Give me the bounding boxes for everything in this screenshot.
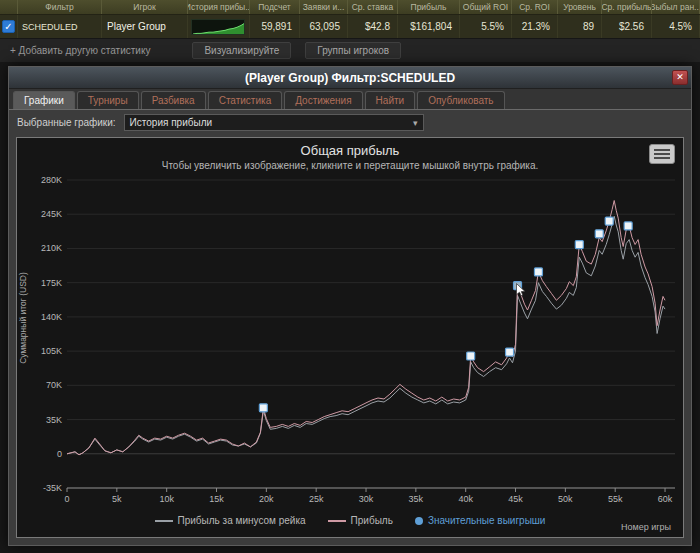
y-tick-label: 140K: [41, 312, 62, 322]
significant-win-marker[interactable]: [595, 230, 603, 238]
y-tick-label: 0: [57, 449, 62, 459]
y-tick-label: 70K: [46, 380, 62, 390]
close-button[interactable]: [672, 70, 688, 85]
y-tick-label: 105K: [41, 346, 62, 356]
graph-selector-dropdown[interactable]: История прибыли: [124, 114, 424, 131]
chart-title: Общая прибыль: [17, 143, 683, 158]
row-count: 59,891: [250, 15, 300, 38]
legend-line-swatch: [155, 520, 173, 522]
significant-win-marker[interactable]: [624, 222, 632, 230]
tab-graphs[interactable]: Графики: [13, 91, 75, 109]
x-tick-label: 20k: [259, 494, 274, 504]
visualize-button[interactable]: Визуализируйте: [192, 42, 291, 59]
y-tick-label: 280K: [41, 175, 62, 185]
significant-win-marker[interactable]: [605, 217, 613, 225]
column-header-total-roi[interactable]: Общий ROI: [460, 0, 512, 14]
x-tick-label: 10k: [159, 494, 174, 504]
y-tick-label: -35K: [43, 483, 62, 493]
column-header-avg-roi[interactable]: Ср. ROI: [512, 0, 558, 14]
x-tick-label: 5k: [112, 494, 122, 504]
add-stat-link[interactable]: + Добавить другую статистику: [10, 45, 150, 56]
x-tick-label: 30k: [359, 494, 374, 504]
column-header-count[interactable]: Подсчет: [250, 0, 300, 14]
row-busted: 4.5%: [652, 15, 700, 38]
tab-achievements[interactable]: Достижения: [284, 91, 362, 109]
dialog-tabs: Графики Турниры Разбивка Статистика Дост…: [9, 89, 691, 110]
tab-tournaments[interactable]: Турниры: [77, 91, 139, 109]
row-filter-name: SCHEDULED: [18, 15, 102, 38]
y-tick-label: 210K: [41, 243, 62, 253]
y-tick-label: 245K: [41, 209, 62, 219]
x-tick-label: 55k: [608, 494, 623, 504]
chart-menu-icon[interactable]: [649, 144, 675, 164]
dialog-titlebar[interactable]: (Player Group) Фильтр:SCHEDULED: [9, 67, 691, 89]
column-header-avg-stake[interactable]: Ср. ставка: [348, 0, 398, 14]
row-player-name: Player Group: [102, 15, 188, 38]
legend-line-swatch: [328, 520, 346, 522]
column-header-profit-history[interactable]: История прибы...: [188, 0, 250, 14]
row-avg-roi: 21.3%: [512, 15, 558, 38]
legend-label: Прибыль за минусом рейка: [178, 515, 306, 526]
tab-publish[interactable]: Опубликовать: [417, 91, 504, 109]
profit-history-sparkline: [191, 19, 245, 35]
legend-profit-minus-rake[interactable]: Прибыль за минусом рейка: [155, 515, 306, 526]
column-header-checkbox: [0, 0, 18, 14]
chevron-down-icon: [413, 117, 418, 128]
x-tick-label: 0: [64, 494, 69, 504]
column-header-avg-profit[interactable]: Ср. прибыль: [602, 0, 652, 14]
legend-profit[interactable]: Прибыль: [328, 515, 393, 526]
chart-area[interactable]: Общая прибыль Чтобы увеличить изображени…: [16, 137, 684, 538]
column-header-busted[interactable]: Выбыл ран...: [652, 0, 700, 14]
series-line: [67, 201, 665, 455]
row-entries: 63,095: [300, 15, 348, 38]
significant-win-marker[interactable]: [575, 241, 583, 249]
column-header-entries[interactable]: Заявки и...: [300, 0, 348, 14]
series-line: [67, 216, 665, 455]
significant-win-marker[interactable]: [506, 348, 514, 356]
graph-selector-row: Выбранные графики: История прибыли: [9, 110, 691, 135]
x-tick-label: 50k: [558, 494, 573, 504]
x-tick-label: 60k: [658, 494, 673, 504]
row-level: 89: [558, 15, 602, 38]
row-profit: $161,804: [398, 15, 460, 38]
column-header-filter[interactable]: Фильтр: [18, 0, 102, 14]
row-profit-sparkline-cell: [188, 15, 250, 38]
row-avg-stake: $42.8: [348, 15, 398, 38]
x-axis-label: Номер игры: [621, 522, 671, 532]
significant-win-marker[interactable]: [467, 352, 475, 360]
legend-significant-wins[interactable]: Значительные выигрыши: [415, 515, 546, 526]
graph-selector-value: История прибыли: [130, 117, 212, 128]
column-header-profit[interactable]: Прибыль: [398, 0, 460, 14]
dialog-title: (Player Group) Фильтр:SCHEDULED: [245, 71, 455, 85]
legend-label: Прибыль: [351, 515, 393, 526]
significant-win-marker[interactable]: [259, 404, 267, 412]
y-tick-label: 35K: [46, 415, 62, 425]
column-header-player[interactable]: Игрок: [102, 0, 188, 14]
x-tick-label: 25k: [309, 494, 324, 504]
legend-label: Значительные выигрыши: [428, 515, 546, 526]
graph-selector-label: Выбранные графики:: [17, 117, 116, 128]
toolbar-strip: + Добавить другую статистику Визуализиру…: [0, 38, 700, 62]
tab-breakdown[interactable]: Разбивка: [141, 91, 206, 109]
filter-dialog: (Player Group) Фильтр:SCHEDULED Графики …: [8, 66, 692, 546]
x-tick-label: 45k: [508, 494, 523, 504]
legend-dot-swatch: [415, 517, 423, 525]
row-checkbox[interactable]: [2, 20, 15, 33]
x-tick-label: 15k: [209, 494, 224, 504]
player-group-row[interactable]: SCHEDULED Player Group 59,891 63,095 $42…: [0, 14, 700, 38]
player-groups-button[interactable]: Группы игроков: [305, 42, 401, 59]
stats-table-header: Фильтр Игрок История прибы... Подсчет За…: [0, 0, 700, 14]
significant-win-marker[interactable]: [534, 268, 542, 276]
profit-chart-svg[interactable]: -35K035K70K105K140K175K210K245K280K05k10…: [29, 174, 685, 514]
y-axis-label: Суммарный итог (USD): [18, 272, 28, 364]
chart-legend: Прибыль за минусом рейка Прибыль Значите…: [17, 515, 683, 526]
column-header-level[interactable]: Уровень: [558, 0, 602, 14]
x-tick-label: 35k: [409, 494, 424, 504]
x-tick-label: 40k: [458, 494, 473, 504]
tab-statistics[interactable]: Статистика: [208, 91, 283, 109]
row-total-roi: 5.5%: [460, 15, 512, 38]
y-tick-label: 175K: [41, 278, 62, 288]
tab-find[interactable]: Найти: [365, 91, 416, 109]
chart-subtitle: Чтобы увеличить изображение, кликните и …: [17, 160, 683, 171]
row-checkbox-cell: [0, 15, 18, 38]
